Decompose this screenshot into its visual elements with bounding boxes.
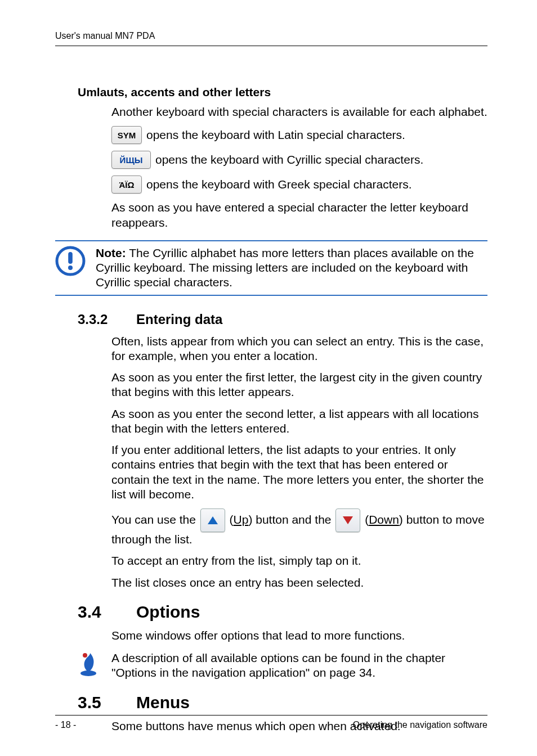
p332-6: To accept an entry from the list, simply… — [111, 554, 487, 568]
row-latin-special: SYM opens the keyboard with Latin specia… — [111, 126, 487, 144]
p34-1: Some windows offer options that lead to … — [111, 628, 487, 643]
down-label: Down — [369, 513, 399, 526]
section-num-35: 3.5 — [78, 693, 123, 712]
page-number: - 18 - — [55, 720, 76, 730]
up-button-icon — [200, 508, 225, 532]
sym-key-icon: SYM — [111, 126, 142, 144]
footer-chapter: Operating the navigation software — [353, 720, 487, 730]
tip-icon — [78, 651, 99, 679]
cyrillic-key-text: opens the keyboard with Cyrillic special… — [155, 153, 423, 166]
heading-umlauts: Umlauts, accents and other letters — [78, 86, 487, 99]
greek-key-icon: ΆΪΩ — [111, 176, 142, 194]
greek-key-text: opens the keyboard with Greek special ch… — [146, 178, 412, 191]
note-icon — [55, 246, 86, 278]
section-title-35: Menus — [136, 693, 190, 712]
cyrillic-key-label: ЙЩЫ — [120, 155, 143, 165]
up-label: Up — [234, 513, 249, 526]
section-title-34: Options — [136, 602, 200, 622]
p332-1: Often, lists appear from which you can s… — [111, 334, 487, 364]
tip-row: A description of all available options c… — [78, 651, 487, 681]
svg-rect-2 — [68, 252, 73, 264]
row-greek-special: ΆΪΩ opens the keyboard with Greek specia… — [111, 176, 487, 194]
svg-point-1 — [68, 266, 73, 270]
umlauts-intro: Another keyboard with special characters… — [111, 105, 487, 119]
p332-7: The list closes once an entry has been s… — [111, 575, 487, 590]
umlauts-close: As soon as you have entered a special ch… — [111, 200, 487, 230]
p332-5b: ) button and the — [248, 513, 334, 526]
section-num-332: 3.3.2 — [78, 312, 123, 327]
p332-3: As soon as you enter the second letter, … — [111, 407, 487, 436]
section-num-34: 3.4 — [78, 602, 123, 622]
down-button-icon — [335, 508, 360, 532]
greek-key-label: ΆΪΩ — [119, 180, 134, 190]
running-header: User's manual MN7 PDA — [55, 31, 487, 46]
note-text: Note: The Cyrillic alphabet has more let… — [96, 246, 487, 290]
p332-5a: You can use the — [111, 513, 199, 526]
heading-3-3-2: 3.3.2 Entering data — [78, 312, 487, 327]
p332-2: As soon as you enter the first letter, t… — [111, 370, 487, 400]
row-cyrillic-special: ЙЩЫ opens the keyboard with Cyrillic spe… — [111, 151, 487, 169]
svg-point-4 — [83, 653, 87, 658]
note-label: Note: — [96, 246, 126, 259]
heading-3-4: 3.4 Options — [78, 602, 487, 622]
page-footer: - 18 - Operating the navigation software — [55, 715, 487, 730]
heading-3-5: 3.5 Menus — [78, 693, 487, 712]
p332-5: You can use the (Up) button and the (Dow… — [111, 508, 487, 547]
section-title-332: Entering data — [136, 312, 222, 327]
tip-text: A description of all available options c… — [111, 651, 487, 681]
cyrillic-key-icon: ЙЩЫ — [111, 151, 151, 169]
sym-key-text: opens the keyboard with Latin special ch… — [146, 128, 405, 142]
note-block: Note: The Cyrillic alphabet has more let… — [55, 240, 487, 296]
sym-key-label: SYM — [118, 130, 136, 140]
note-body: The Cyrillic alphabet has more letters t… — [96, 246, 474, 289]
p332-4: If you enter additional letters, the lis… — [111, 443, 487, 502]
